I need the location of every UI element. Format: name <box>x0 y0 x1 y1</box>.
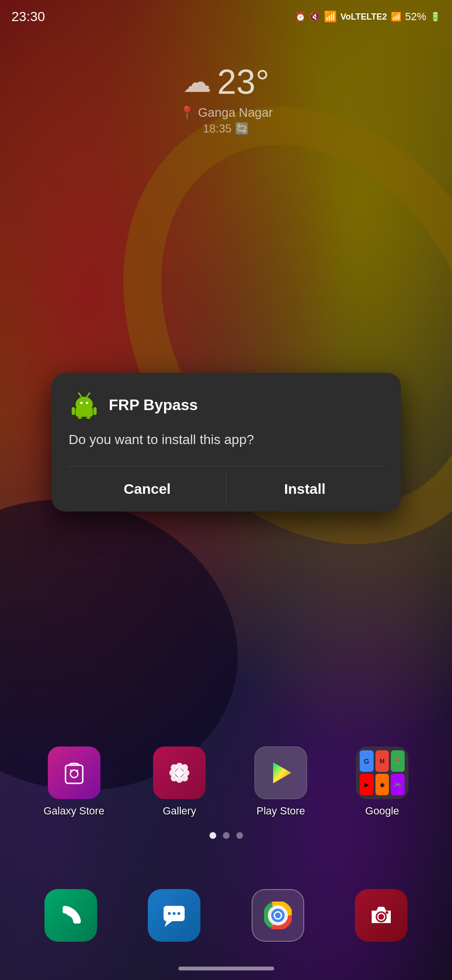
dialog-buttons: Cancel Install <box>69 466 384 512</box>
svg-rect-11 <box>87 417 90 419</box>
svg-point-1 <box>80 401 82 404</box>
svg-rect-10 <box>78 417 82 419</box>
svg-rect-8 <box>72 407 75 415</box>
svg-point-6 <box>88 392 90 394</box>
dialog-app-name: FRP Bypass <box>109 396 198 414</box>
svg-point-2 <box>86 401 88 404</box>
dialog-header: FRP Bypass <box>69 390 384 421</box>
dialog-overlay: FRP Bypass Do you want to install this a… <box>0 0 452 980</box>
svg-line-5 <box>87 394 89 397</box>
svg-point-4 <box>78 392 80 394</box>
svg-line-3 <box>79 394 81 397</box>
cancel-button[interactable]: Cancel <box>69 467 226 512</box>
svg-rect-7 <box>76 407 93 417</box>
svg-rect-9 <box>93 407 97 415</box>
frp-app-icon <box>69 390 99 421</box>
install-dialog: FRP Bypass Do you want to install this a… <box>52 373 401 512</box>
dialog-message: Do you want to install this app? <box>69 430 384 449</box>
install-button[interactable]: Install <box>226 467 384 512</box>
